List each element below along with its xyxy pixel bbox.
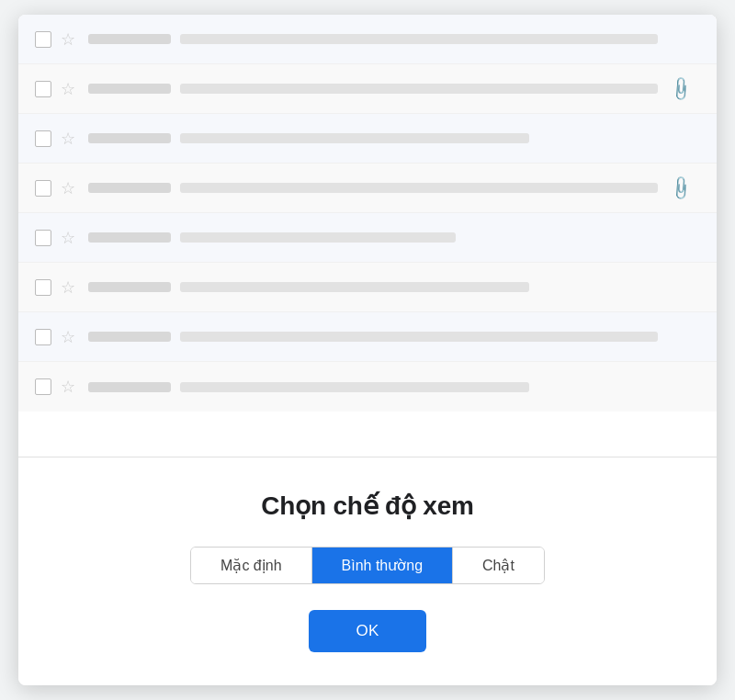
attachment-icon: 📎 (666, 174, 695, 202)
star-icon[interactable]: ☆ (61, 277, 75, 298)
email-row: ☆ (18, 362, 717, 412)
sender-bar (88, 332, 171, 342)
email-row: ☆ (18, 15, 717, 64)
dialog-area: Chọn chế độ xem Mặc định Bình thường Chậ… (18, 457, 717, 685)
subject-bar (180, 332, 658, 342)
subject-bar (180, 84, 658, 94)
sender-bar (88, 232, 171, 243)
sender-bar (88, 84, 171, 94)
option-binh-thuong[interactable]: Bình thường (312, 548, 454, 583)
sender-bar (88, 133, 171, 143)
ok-button[interactable]: OK (309, 610, 427, 652)
subject-bar (180, 133, 529, 143)
modal-container: ☆ ☆ 📎 ☆ ☆ 📎 ☆ (18, 15, 717, 685)
email-checkbox[interactable] (35, 180, 51, 197)
email-row: ☆ (18, 114, 717, 164)
email-row: ☆ (18, 312, 717, 362)
subject-bar (180, 34, 658, 44)
email-checkbox[interactable] (35, 130, 51, 147)
dialog-title: Chọn chế độ xem (261, 491, 474, 521)
email-list: ☆ ☆ 📎 ☆ ☆ 📎 ☆ (18, 15, 717, 457)
sender-bar (88, 183, 171, 193)
email-row: ☆ (18, 213, 717, 263)
sender-bar (88, 282, 171, 292)
email-checkbox[interactable] (35, 378, 51, 395)
star-icon[interactable]: ☆ (61, 129, 75, 149)
email-checkbox[interactable] (35, 81, 51, 97)
attachment-icon: 📎 (666, 74, 695, 103)
star-icon[interactable]: ☆ (61, 377, 75, 397)
subject-bar (180, 382, 529, 392)
subject-bar (180, 232, 456, 243)
email-row: ☆ (18, 263, 717, 312)
sender-bar (88, 382, 171, 392)
email-checkbox[interactable] (35, 279, 51, 296)
star-icon[interactable]: ☆ (61, 228, 75, 248)
email-checkbox[interactable] (35, 329, 51, 345)
sender-bar (88, 34, 171, 44)
email-checkbox[interactable] (35, 230, 51, 246)
star-icon[interactable]: ☆ (61, 327, 75, 347)
email-checkbox[interactable] (35, 31, 51, 48)
email-row: ☆ 📎 (18, 164, 717, 213)
star-icon[interactable]: ☆ (61, 29, 75, 50)
option-mac-dinh[interactable]: Mặc định (191, 548, 311, 583)
view-options-group: Mặc định Bình thường Chật (190, 547, 545, 584)
email-row: ☆ 📎 (18, 64, 717, 114)
star-icon[interactable]: ☆ (61, 178, 75, 198)
star-icon[interactable]: ☆ (61, 79, 75, 99)
subject-bar (180, 282, 529, 292)
option-chat[interactable]: Chật (453, 548, 544, 583)
subject-bar (180, 183, 658, 193)
